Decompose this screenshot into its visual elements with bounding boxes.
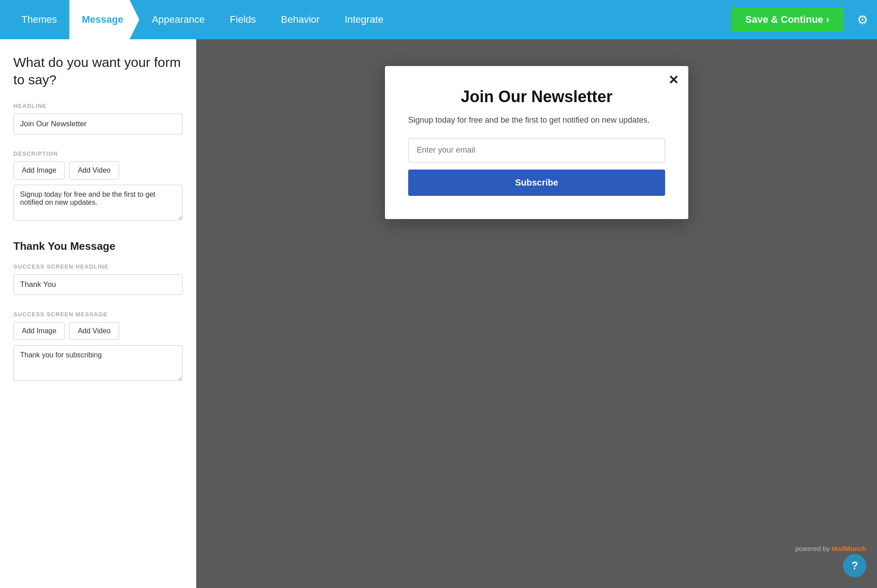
- description-field-group: DESCRIPTION Add Image Add Video Signup t…: [13, 150, 182, 236]
- description-textarea[interactable]: Signup today for free and be the first t…: [13, 185, 182, 220]
- success-headline-input[interactable]: [13, 274, 182, 295]
- success-add-image-button[interactable]: Add Image: [13, 322, 65, 340]
- success-add-video-button[interactable]: Add Video: [69, 322, 119, 340]
- thank-you-section-title: Thank You Message: [13, 240, 182, 253]
- description-label: DESCRIPTION: [13, 150, 182, 157]
- success-headline-label: SUCCESS SCREEN HEADLINE: [13, 263, 182, 270]
- success-message-field-group: SUCCESS SCREEN MESSAGE Add Image Add Vid…: [13, 311, 182, 397]
- nav-behavior[interactable]: Behavior: [269, 0, 332, 39]
- nav-themes[interactable]: Themes: [9, 0, 69, 39]
- main-layout: What do you want your form to say? HEADL…: [0, 39, 877, 588]
- top-nav: Themes Message Appearance Fields Behavio…: [0, 0, 877, 39]
- add-image-button[interactable]: Add Image: [13, 161, 65, 179]
- modal-description: Signup today for free and be the first t…: [408, 114, 665, 126]
- add-video-button[interactable]: Add Video: [69, 161, 119, 179]
- success-message-textarea[interactable]: Thank you for subscribing: [13, 345, 182, 381]
- success-message-label: SUCCESS SCREEN MESSAGE: [13, 311, 182, 318]
- email-input[interactable]: [408, 138, 665, 162]
- description-media-buttons: Add Image Add Video: [13, 161, 182, 179]
- nav-integrate[interactable]: Integrate: [332, 0, 396, 39]
- newsletter-modal: ✕ Join Our Newsletter Signup today for f…: [385, 66, 688, 219]
- modal-title: Join Our Newsletter: [408, 87, 665, 106]
- powered-by: powered by MailMunch: [795, 545, 866, 552]
- left-panel: What do you want your form to say? HEADL…: [0, 39, 196, 588]
- headline-field-group: HEADLINE: [13, 103, 182, 147]
- panel-title: What do you want your form to say?: [13, 54, 182, 88]
- save-continue-button[interactable]: Save & Continue ›: [731, 8, 844, 32]
- help-button[interactable]: ?: [843, 554, 866, 577]
- headline-input[interactable]: [13, 114, 182, 134]
- settings-gear-icon[interactable]: ⚙: [857, 12, 868, 27]
- success-media-buttons: Add Image Add Video: [13, 322, 182, 340]
- nav-fields[interactable]: Fields: [217, 0, 269, 39]
- right-panel: ✕ Join Our Newsletter Signup today for f…: [196, 39, 877, 588]
- nav-message[interactable]: Message: [69, 0, 139, 39]
- success-headline-field-group: SUCCESS SCREEN HEADLINE: [13, 263, 182, 307]
- subscribe-button[interactable]: Subscribe: [408, 170, 665, 196]
- nav-appearance[interactable]: Appearance: [139, 0, 217, 39]
- modal-close-button[interactable]: ✕: [668, 74, 678, 87]
- headline-label: HEADLINE: [13, 103, 182, 109]
- mailmunch-brand: MailMunch: [832, 545, 867, 552]
